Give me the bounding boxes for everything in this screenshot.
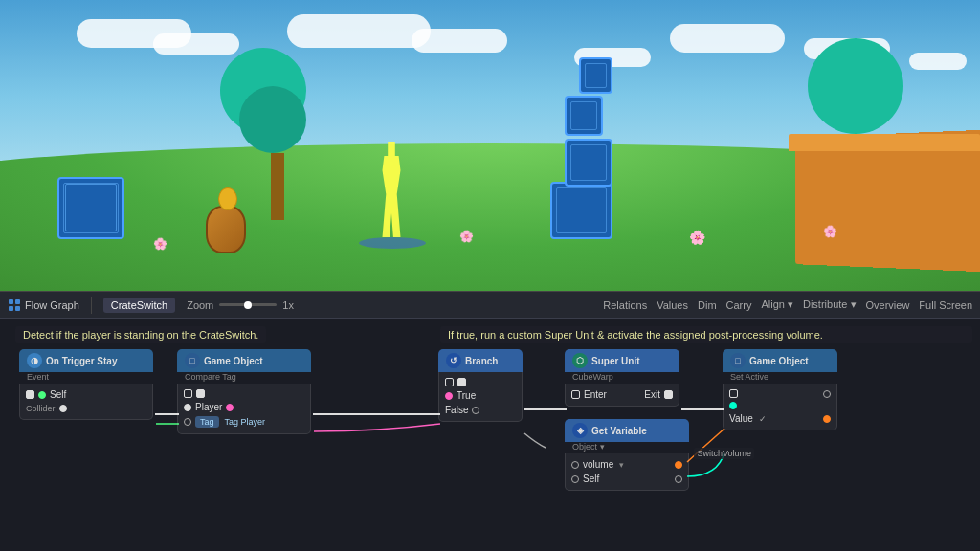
zoom-label: Zoom bbox=[187, 299, 213, 311]
node-compare-header: □ Game Object bbox=[177, 349, 311, 372]
node-superunit[interactable]: ⬡ Super Unit CubeWarp Enter Exit bbox=[565, 349, 679, 407]
branch-exec-in-port bbox=[445, 378, 454, 386]
compare-result-port bbox=[226, 404, 234, 411]
node-setactive[interactable]: □ Game Object Set Active Value ✓ bbox=[723, 349, 837, 430]
superunit-icon: ⬡ bbox=[572, 353, 588, 368]
compare-icon: □ bbox=[185, 353, 200, 368]
compare-tag-port bbox=[184, 418, 191, 426]
annotation-right: If true, run a custom Super Unit & activ… bbox=[440, 326, 972, 343]
branch-condition-port bbox=[445, 392, 453, 400]
toolbar-right: Relations Values Dim Carry Align ▾ Distr… bbox=[603, 298, 972, 311]
superunit-enter-label: Enter bbox=[584, 389, 607, 400]
node-trigger[interactable]: ◑ On Trigger Stay Event Self Collider bbox=[19, 349, 153, 420]
getvariable-self-in-port bbox=[571, 475, 579, 483]
getvariable-obj-port bbox=[571, 461, 579, 469]
carry-button[interactable]: Carry bbox=[726, 299, 752, 311]
trigger-self-port bbox=[38, 391, 46, 399]
node-getvariable-header: ◈ Get Variable bbox=[565, 419, 689, 442]
setactive-exec-in-port bbox=[729, 389, 738, 398]
getvariable-self-label: Self bbox=[583, 474, 599, 484]
getvariable-volume-out-port bbox=[675, 461, 682, 469]
getvariable-header-label: Get Variable bbox=[591, 426, 647, 436]
compare-tag-row: Tag Tag Player bbox=[184, 414, 304, 430]
superunit-exit-port bbox=[664, 390, 673, 399]
branch-false-port bbox=[472, 407, 479, 414]
compare-body: Player Tag Tag Player bbox=[177, 384, 311, 434]
trigger-header-label: On Trigger Stay bbox=[46, 356, 117, 366]
branch-true-label: True bbox=[457, 390, 476, 401]
getvariable-icon: ◈ bbox=[572, 423, 588, 438]
getvariable-volume-arrow: ▾ bbox=[619, 460, 624, 470]
branch-body: True False bbox=[438, 372, 523, 422]
branch-icon: ↺ bbox=[446, 353, 461, 368]
branch-true-row: True bbox=[445, 388, 516, 403]
svg-rect-1 bbox=[15, 299, 20, 304]
node-superunit-header: ⬡ Super Unit bbox=[565, 349, 679, 372]
flow-graph-icon: Flow Graph bbox=[8, 298, 79, 312]
getvariable-volume-row: volume ▾ bbox=[571, 457, 682, 472]
compare-tag-badge: Tag bbox=[195, 416, 219, 428]
node-trigger-header: ◑ On Trigger Stay bbox=[19, 349, 153, 372]
trigger-exec-out-port bbox=[26, 390, 34, 399]
branch-exec-row bbox=[445, 376, 516, 388]
trigger-collider-row: Collider bbox=[26, 402, 146, 415]
setactive-body: Value ✓ bbox=[723, 384, 837, 430]
game-viewport: 🌸 🌸 🌸 🌸 bbox=[0, 0, 980, 297]
canvas-area[interactable]: Detect if the player is standing on the … bbox=[0, 319, 980, 551]
setactive-value-label: Value bbox=[729, 413, 753, 424]
superunit-header-label: Super Unit bbox=[591, 356, 640, 366]
zoom-value: 1x bbox=[282, 299, 294, 311]
superunit-exit-label: Exit bbox=[644, 389, 660, 400]
crateswitch-tab[interactable]: CrateSwitch bbox=[103, 298, 175, 313]
trigger-icon: ◑ bbox=[27, 353, 42, 368]
setactive-value-port bbox=[823, 415, 831, 423]
compare-exec-in-port bbox=[184, 389, 192, 398]
fullscreen-button[interactable]: Full Screen bbox=[919, 299, 972, 311]
node-compare[interactable]: □ Game Object Compare Tag Player Tag Tag bbox=[177, 349, 311, 434]
node-getvariable[interactable]: ◈ Get Variable Object ▾ volume ▾ Self Sw… bbox=[565, 419, 689, 491]
trigger-body: Self Collider bbox=[19, 384, 153, 420]
svg-rect-2 bbox=[9, 306, 13, 311]
dim-button[interactable]: Dim bbox=[698, 299, 717, 311]
svg-rect-0 bbox=[9, 299, 13, 304]
superunit-body: Enter Exit bbox=[565, 384, 679, 407]
trigger-self-label: Self bbox=[50, 389, 66, 400]
setactive-header-label: Game Object bbox=[749, 356, 809, 366]
setactive-sublabel: Set Active bbox=[723, 372, 837, 384]
branch-false-label: False bbox=[445, 405, 468, 415]
flow-graph-toolbar: Flow Graph CrateSwitch Zoom 1x Relations… bbox=[0, 292, 980, 319]
branch-false-row: False bbox=[445, 403, 516, 417]
setactive-obj-row bbox=[729, 400, 831, 411]
setactive-value-row: Value ✓ bbox=[729, 411, 831, 426]
superunit-enter-row: Enter Exit bbox=[571, 387, 673, 402]
zoom-slider[interactable] bbox=[219, 303, 277, 306]
compare-tag-value: Tag Player bbox=[225, 417, 266, 427]
node-branch-header: ↺ Branch bbox=[438, 349, 523, 372]
switch-volume-label: SwitchVolume bbox=[694, 448, 754, 459]
compare-player-row: Player bbox=[184, 400, 304, 414]
compare-exec-row bbox=[184, 387, 304, 400]
compare-player-label: Player bbox=[195, 402, 222, 412]
branch-header-label: Branch bbox=[465, 356, 498, 366]
annotation-left: Detect if the player is standing on the … bbox=[15, 326, 266, 343]
distribute-button[interactable]: Distribute ▾ bbox=[803, 298, 857, 311]
getvariable-body: volume ▾ Self bbox=[565, 453, 689, 491]
compare-sublabel: Compare Tag bbox=[177, 372, 311, 384]
trigger-sublabel: Event bbox=[19, 372, 153, 384]
values-button[interactable]: Values bbox=[657, 299, 688, 311]
flow-graph-title: Flow Graph bbox=[25, 299, 79, 311]
trigger-self-row: Self bbox=[26, 387, 146, 402]
svg-rect-3 bbox=[15, 306, 20, 311]
flow-graph-panel: Flow Graph CrateSwitch Zoom 1x Relations… bbox=[0, 291, 980, 551]
zoom-control: Zoom 1x bbox=[187, 299, 294, 311]
compare-header-label: Game Object bbox=[204, 356, 263, 366]
setactive-exec-out-port bbox=[823, 390, 831, 398]
relations-button[interactable]: Relations bbox=[603, 299, 647, 311]
align-button[interactable]: Align ▾ bbox=[761, 298, 793, 311]
setactive-check: ✓ bbox=[759, 414, 767, 424]
setactive-exec-row bbox=[729, 387, 831, 400]
trigger-collider-port bbox=[59, 405, 67, 412]
node-branch[interactable]: ↺ Branch True False bbox=[438, 349, 523, 422]
overview-button[interactable]: Overview bbox=[866, 299, 910, 311]
getvariable-volume-label: volume bbox=[583, 459, 613, 470]
